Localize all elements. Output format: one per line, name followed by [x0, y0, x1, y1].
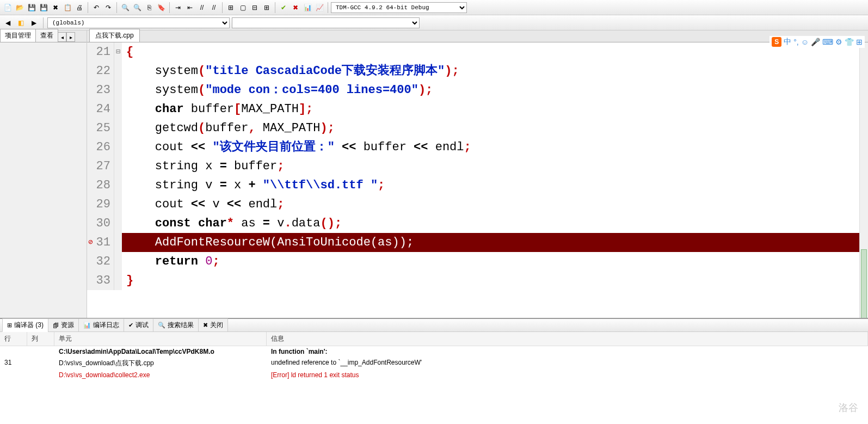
bookmark-icon[interactable]: 🔖 — [156, 2, 167, 13]
indent-icon[interactable]: ⇥ — [173, 2, 183, 13]
code-content[interactable]: { — [122, 45, 133, 59]
bottom-tab[interactable]: 🗐资源 — [48, 318, 79, 332]
member-select[interactable] — [232, 17, 420, 28]
grid3-icon[interactable]: ⊟ — [249, 2, 260, 13]
line-number: 30 — [87, 214, 114, 233]
bottom-panel: ⊞编译器 (3)🗐资源📊编译日志✔调试🔍搜索结果✖关闭 行 列 单元 信息 C:… — [0, 318, 868, 424]
find-icon[interactable]: 🔍 — [120, 2, 131, 13]
grid1-icon[interactable]: ⊞ — [225, 2, 236, 13]
code-line[interactable]: 28 string v = x + "\\ttf\\sd.ttf "; — [87, 176, 868, 195]
bottom-tab-strip: ⊞编译器 (3)🗐资源📊编译日志✔调试🔍搜索结果✖关闭 — [0, 319, 868, 332]
scope-select[interactable]: (globals) — [47, 17, 230, 28]
new-file-icon[interactable]: 📄 — [2, 2, 13, 13]
tab-icon: ⊞ — [7, 322, 12, 329]
code-content[interactable]: const char* as = v.data(); — [122, 217, 342, 230]
redo-icon[interactable]: ↷ — [103, 2, 114, 13]
line-number: 21 — [87, 42, 114, 62]
grid2-icon[interactable]: ▢ — [237, 2, 248, 13]
bottom-tab[interactable]: ⊞编译器 (3) — [2, 318, 48, 332]
ime-user-icon: 👕 — [845, 38, 854, 46]
fold-marker[interactable]: ⊟ — [114, 42, 122, 62]
print-icon[interactable]: 🖨 — [74, 2, 85, 13]
comment-icon[interactable]: // — [196, 2, 207, 13]
line-number: 24 — [87, 100, 114, 119]
nav-back-icon[interactable]: ◀ — [2, 17, 13, 28]
code-content[interactable]: } — [122, 274, 133, 287]
col-msg-header[interactable]: 信息 — [267, 332, 868, 346]
bottom-tab[interactable]: ✔调试 — [124, 318, 153, 332]
code-line[interactable]: 21⊟{ — [87, 42, 868, 62]
code-content[interactable]: system("title CascadiaCode下载安装程序脚本"); — [122, 64, 459, 78]
tab-nav-left-icon[interactable]: ◂ — [58, 32, 66, 42]
col-line-header[interactable]: 行 — [0, 332, 27, 346]
tab-nav-right-icon[interactable]: ▸ — [66, 32, 75, 42]
code-content[interactable]: string x = buffer; — [122, 159, 284, 173]
code-line[interactable]: 33 } — [87, 271, 868, 290]
error-row[interactable]: D:\vs\vs_download\collect2.exe[Error] ld… — [0, 370, 868, 380]
left-tab-strip: 项目管理 查看 ◂ ▸ — [0, 30, 87, 42]
file-tab-active[interactable]: 点我下载.cpp — [89, 29, 140, 42]
code-line[interactable]: 26 cout << "该文件夹目前位置：" << buffer << endl… — [87, 138, 868, 157]
tab-icon: ✖ — [203, 322, 208, 329]
fold-marker — [114, 157, 122, 176]
fold-marker — [114, 119, 122, 138]
code-line[interactable]: 30 const char* as = v.data(); — [87, 214, 868, 233]
code-line[interactable]: 29 cout << v << endl; — [87, 195, 868, 214]
line-number: 33 — [87, 271, 114, 290]
chart1-icon[interactable]: 📊 — [302, 2, 313, 13]
check-icon[interactable]: ✔ — [278, 2, 289, 13]
code-line[interactable]: 23 system("mode con：cols=400 lines=400")… — [87, 81, 868, 100]
open-icon[interactable]: 📂 — [14, 2, 25, 13]
error-row[interactable]: 31D:\vs\vs_download\点我下载.cppundefined re… — [0, 357, 868, 370]
bottom-tab[interactable]: 🔍搜索结果 — [153, 318, 199, 332]
close-icon[interactable]: ✖ — [50, 2, 61, 13]
copy-icon[interactable]: 📋 — [62, 2, 73, 13]
goto-icon[interactable]: ⎘ — [144, 2, 155, 13]
bottom-tab[interactable]: 📊编译日志 — [78, 318, 124, 332]
ime-gear-icon: ⚙ — [835, 38, 842, 46]
replace-icon[interactable]: 🔍 — [132, 2, 143, 13]
line-number: 28 — [87, 176, 114, 195]
x-icon[interactable]: ✖ — [290, 2, 301, 13]
code-content[interactable]: char buffer[MAX_PATH]; — [122, 102, 313, 116]
undo-icon[interactable]: ↶ — [91, 2, 102, 13]
chart2-icon[interactable]: 📈 — [314, 2, 325, 13]
grid4-icon[interactable]: ⊞ — [261, 2, 272, 13]
error-row[interactable]: C:\Users\admin\AppData\Local\Temp\ccVPdK… — [0, 346, 868, 357]
tab-view[interactable]: 查看 — [35, 29, 58, 42]
code-editor[interactable]: 21⊟{22 system("title CascadiaCode下载安装程序脚… — [87, 42, 868, 318]
uncomment-icon[interactable]: // — [208, 2, 219, 13]
code-content[interactable]: cout << "该文件夹目前位置：" << buffer << endl; — [122, 140, 471, 154]
save-icon[interactable]: 💾 — [26, 2, 37, 13]
col-col-header[interactable]: 列 — [27, 332, 54, 346]
code-line[interactable]: 27 string x = buffer; — [87, 157, 868, 176]
line-number: 23 — [87, 81, 114, 100]
code-line[interactable]: 32 return 0; — [87, 252, 868, 271]
code-content[interactable]: AddFontResourceW(AnsiToUnicode(as)); — [122, 233, 865, 252]
save-all-icon[interactable]: 💾 — [38, 2, 49, 13]
bottom-tab[interactable]: ✖关闭 — [198, 318, 228, 332]
code-content[interactable]: return 0; — [122, 255, 220, 268]
compiler-select[interactable]: TDM-GCC 4.9.2 64-bit Debug — [331, 2, 467, 13]
code-content[interactable]: string v = x + "\\ttf\\sd.ttf "; — [122, 179, 385, 192]
tab-project[interactable]: 项目管理 — [0, 29, 36, 42]
err-line — [0, 346, 27, 357]
code-content[interactable]: getcwd(buffer, MAX_PATH); — [122, 121, 335, 135]
fold-marker — [114, 195, 122, 214]
nav-out-icon[interactable]: ◧ — [15, 17, 26, 28]
outdent-icon[interactable]: ⇤ — [184, 2, 195, 13]
code-line[interactable]: ⊘31 AddFontResourceW(AnsiToUnicode(as)); — [87, 233, 868, 252]
nav-fwd-icon[interactable]: ▶ — [28, 17, 39, 28]
tab-icon: 📊 — [83, 322, 91, 329]
line-number: ⊘31 — [87, 233, 114, 252]
err-unit: D:\vs\vs_download\collect2.exe — [54, 370, 267, 380]
ime-status-bar[interactable]: S 中 °, ☺ 🎤 ⌨ ⚙ 👕 ⊞ — [769, 36, 865, 48]
col-unit-header[interactable]: 单元 — [54, 332, 267, 346]
fold-marker — [114, 100, 122, 119]
vertical-scrollbar[interactable] — [859, 42, 868, 318]
code-line[interactable]: 24 char buffer[MAX_PATH]; — [87, 100, 868, 119]
code-content[interactable]: cout << v << endl; — [122, 198, 284, 211]
code-line[interactable]: 22 system("title CascadiaCode下载安装程序脚本"); — [87, 62, 868, 81]
code-content[interactable]: system("mode con：cols=400 lines=400"); — [122, 83, 433, 97]
code-line[interactable]: 25 getcwd(buffer, MAX_PATH); — [87, 119, 868, 138]
